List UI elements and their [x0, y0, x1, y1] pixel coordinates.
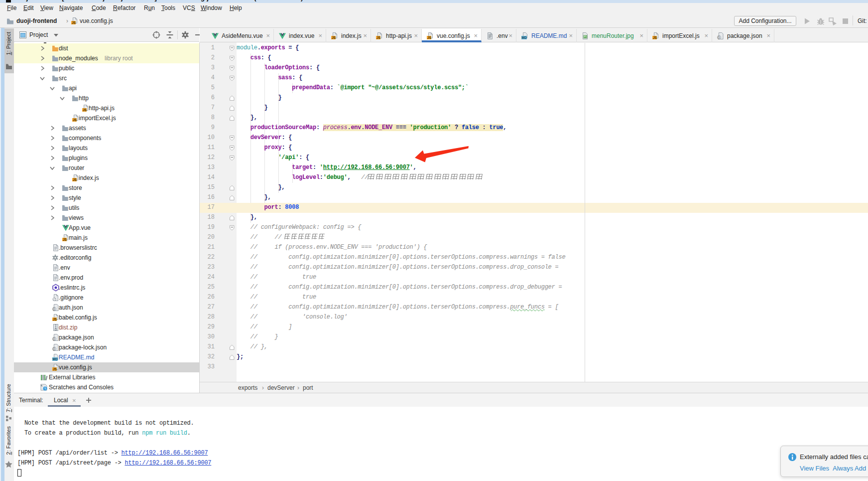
- svg-text:JS: JS: [427, 36, 432, 39]
- svg-text:MD: MD: [522, 36, 527, 39]
- svg-text:JS: JS: [73, 118, 77, 122]
- svg-text:JS: JS: [53, 318, 57, 321]
- svg-text:JS: JS: [376, 36, 381, 39]
- svg-text:JS: JS: [653, 36, 657, 39]
- svg-text:JS: JS: [83, 108, 87, 112]
- svg-text:JS: JS: [53, 367, 57, 371]
- svg-text:JS: JS: [73, 178, 77, 181]
- svg-text:JS: JS: [72, 21, 76, 24]
- svg-text:JS: JS: [332, 36, 336, 39]
- svg-text:JS: JS: [63, 238, 67, 241]
- svg-text:MD: MD: [53, 357, 58, 361]
